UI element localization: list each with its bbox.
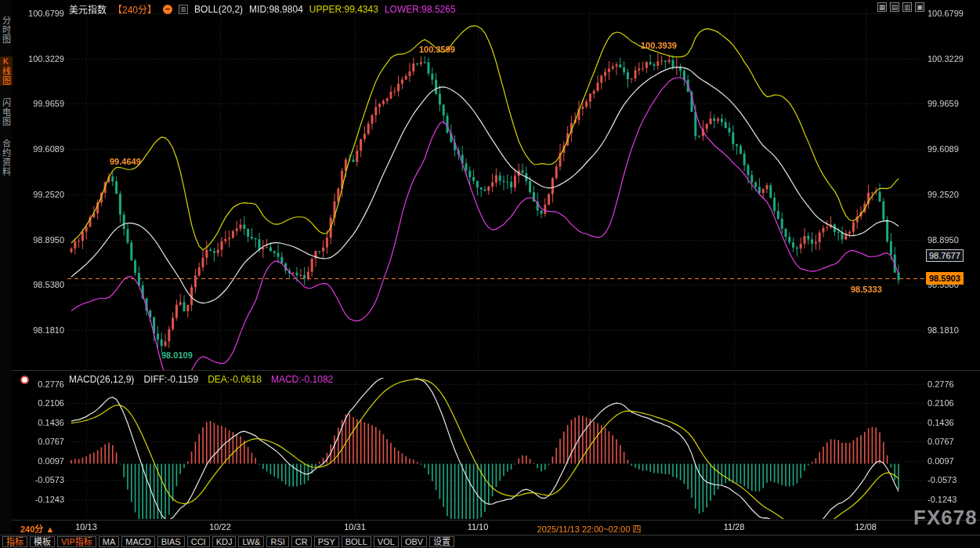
toolbar-button-macd[interactable]: MACD [121,536,154,547]
macd-axis-label: -0.1243 [24,495,64,504]
toolbar-button-cr[interactable]: CR [291,536,312,547]
boll-lower-value: LOWER:98.5265 [385,4,456,15]
toolbar-button-ma[interactable]: MA [99,536,120,547]
price-chart-canvas[interactable] [0,0,980,548]
toolbar-button-rsi[interactable]: RSI [266,536,288,547]
y-axis-price-label: 99.9659 [24,99,64,108]
y-axis-price-label: 98.8950 [928,235,959,245]
y-axis-price-label: 98.1810 [928,325,959,335]
toolbar-button-templates[interactable]: 模板 [30,536,55,547]
x-axis-date-tick: 11/28 [724,522,745,532]
reference-price-box: 98.7677 [926,249,964,262]
toolbar-button-psy[interactable]: PSY [314,536,339,547]
selected-candle-time: 2025/11/13 22:00~02:00 四 [537,522,642,535]
layout-rows-icon[interactable]: ▤ [890,2,899,12]
toolbar-button-vol[interactable]: VOL [374,536,399,547]
candlestick-mini-icon: ▥ [179,5,188,14]
sidebar-tab-contract-info[interactable]: 合约资料 [0,139,13,176]
toolbar-button-indicators[interactable]: 指标 [2,536,27,547]
indicator-target-icon[interactable] [20,376,29,384]
price-annotation: 100.3599 [419,45,455,54]
macd-axis-label: -0.0573 [24,475,64,484]
toolbar-button-obv[interactable]: OBV [401,536,427,547]
macd-header: MACD(26,12,9) DIFF:-0.1159 DEA:-0.0618 M… [69,374,333,385]
x-axis-date-tick: 12/08 [855,522,877,532]
toolbar-button-vip-indicators[interactable]: VIP指标 [57,536,96,547]
sidebar-tab-time-chart[interactable]: 分时图 [0,16,13,44]
price-annotation: 99.4649 [110,157,141,166]
y-axis-price-label: 99.6089 [928,144,959,154]
macd-axis-label: 0.0097 [928,456,954,466]
sidebar-tab-lightning-chart[interactable]: 闪电图 [0,98,13,126]
macd-axis-label: -0.1243 [928,495,956,504]
macd-diff-value: DIFF:-0.1159 [143,374,198,385]
boll-upper-value: UPPER:99.4343 [309,4,378,15]
y-axis-price-label: 99.2520 [928,190,959,199]
layout-columns-icon[interactable]: ▥ [902,2,912,12]
toolbar-button-lwr[interactable]: LW& [238,536,264,547]
macd-axis-label: 0.2106 [928,398,954,408]
minus-circle-icon[interactable]: − [163,5,172,14]
price-annotation: 98.5333 [851,285,882,294]
boll-settings-label: BOLL(20,2) [194,4,243,15]
macd-axis-label: -0.0573 [928,475,956,484]
y-axis-price-label: 98.8950 [24,235,64,245]
x-axis-date-tick: 11/10 [468,522,489,532]
last-price-box: 98.5903 [926,272,964,285]
macd-axis-label: 0.2776 [24,379,64,389]
left-sidebar: 分时图 K线图 闪电图 合约资料 [0,0,12,548]
timeframe-text: 240分 [20,524,43,534]
timeframe-label[interactable]: 240分 ▲ [20,522,54,535]
macd-axis-label: 0.0767 [928,437,954,446]
toolbar-button-boll[interactable]: BOLL [342,536,371,547]
trading-terminal: 分时图 K线图 闪电图 合约资料 美元指数 【240分】 − ▥ BOLL(20… [0,0,980,548]
chart-header: 美元指数 【240分】 − ▥ BOLL(20,2) MID:98.9804 U… [69,2,456,16]
y-axis-price-label: 100.6799 [928,9,964,18]
y-axis-price-label: 99.2520 [24,190,64,199]
x-axis-date-tick: 10/22 [209,522,231,532]
y-axis-price-label: 100.6799 [24,9,64,18]
period-tag: 【240分】 [113,2,157,16]
layout-single-icon[interactable]: ▣ [915,2,924,12]
macd-settings-label: MACD(26,12,9) [69,374,134,385]
window-layout-icons: ▦▤▥▣ [877,2,924,12]
price-annotation: 100.3939 [641,41,677,50]
indicator-toolbar: 指标模板VIP指标MAMACDBIASCCIKDJLW&RSICRPSYBOLL… [0,535,980,548]
x-axis-date-tick: 10/13 [75,522,97,532]
timeframe-arrow-icon: ▲ [45,524,54,534]
y-axis-price-label: 98.5380 [24,280,64,289]
toolbar-button-kdj[interactable]: KDJ [212,536,237,547]
toolbar-button-settings[interactable]: 设置 [429,536,454,547]
macd-macd-value: MACD:-0.1082 [271,374,333,385]
macd-axis-label: 0.2776 [928,379,954,389]
price-annotation: 98.0109 [161,350,193,360]
macd-axis-label: 0.0767 [24,437,64,446]
sidebar-tab-kline-chart[interactable]: K线图 [0,56,13,85]
toolbar-button-bias[interactable]: BIAS [157,536,185,547]
macd-axis-label: 0.2106 [24,398,64,408]
toolbar-button-cci[interactable]: CCI [187,536,210,547]
y-axis-price-label: 98.1810 [24,325,64,335]
y-axis-price-label: 99.6089 [24,144,64,154]
macd-axis-label: 0.1436 [928,418,954,427]
layout-grid-icon[interactable]: ▦ [877,2,887,12]
boll-mid-value: MID:98.9804 [249,4,303,15]
x-axis-date-tick: 10/31 [344,522,366,532]
macd-dea-value: DEA:-0.0618 [208,374,262,385]
instrument-title: 美元指数 [69,2,107,16]
y-axis-price-label: 99.9659 [928,99,959,108]
macd-axis-label: 0.1436 [24,418,64,427]
fx678-watermark: FX678 [913,506,978,530]
y-axis-price-label: 100.3229 [24,54,64,64]
y-axis-price-label: 100.3229 [928,54,964,64]
macd-axis-label: 0.0097 [24,456,64,466]
